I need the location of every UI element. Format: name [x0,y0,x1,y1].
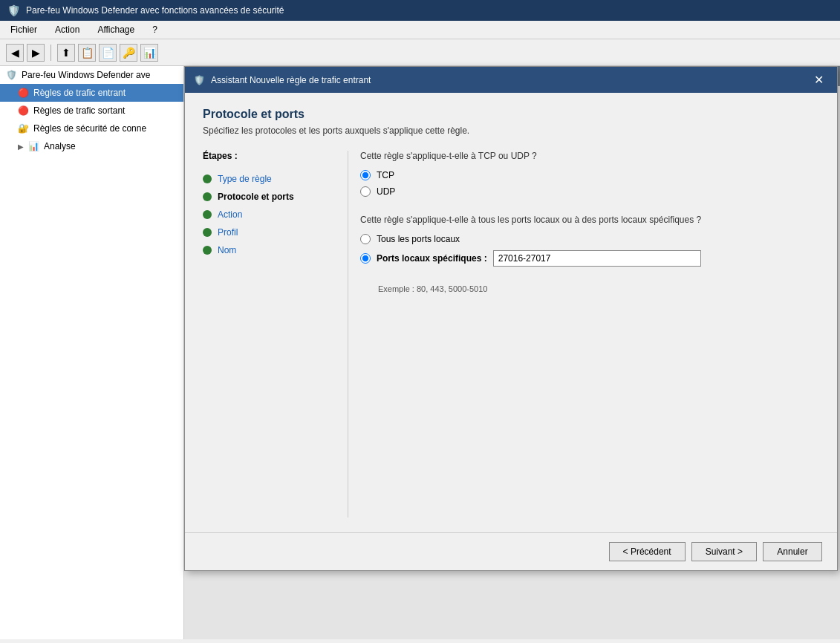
dialog-title-left: 🛡️ Assistant Nouvelle règle de trafic en… [194,75,371,85]
steps-title: Étapes : [203,151,333,161]
port-value-input[interactable] [493,250,701,267]
dialog-body: Étapes : Type de règle Protocole et port… [203,151,819,518]
toolbar-copy[interactable]: 📋 [78,44,96,62]
radio-specific-ports-input[interactable] [360,253,371,264]
sidebar-label-entrant: Règles de trafic entrant [33,88,126,98]
step-label-type: Type de règle [218,174,272,184]
dialog: 🛡️ Assistant Nouvelle règle de trafic en… [184,66,838,571]
titlebar: 🛡️ Pare-feu Windows Defender avec foncti… [0,0,840,21]
step-label-action: Action [218,209,242,220]
dialog-subtitle: Spécifiez les protocoles et les ports au… [203,125,819,136]
step-nom[interactable]: Nom [203,241,333,259]
dialog-main-title: Protocole et ports [203,108,819,121]
dialog-title-text: Assistant Nouvelle règle de trafic entra… [211,75,371,85]
cancel-button[interactable]: Annuler [763,542,822,561]
sidebar-icon-securite: 🔐 [18,123,29,134]
port-hint: Exemple : 80, 443, 5000-5010 [378,284,819,293]
dialog-overlay: 🛡️ Assistant Nouvelle règle de trafic en… [184,66,840,639]
step-dot-profil [203,228,212,237]
radio-udp-input[interactable] [360,186,371,197]
form-panel: Cette règle s'applique-t-elle à TCP ou U… [348,151,819,518]
step-dot-type [203,174,212,183]
sidebar-root-icon: 🛡️ [6,70,17,80]
main-layout: 🛡️ Pare-feu Windows Defender ave 🔴 Règle… [0,66,840,639]
toolbar-back[interactable]: ◀ [6,44,24,62]
question-ports: Cette règle s'applique-t-elle à tous les… [360,215,819,225]
sidebar: 🛡️ Pare-feu Windows Defender ave 🔴 Règle… [0,66,184,639]
menu-help[interactable]: ? [148,23,162,36]
radio-tcp[interactable]: TCP [360,170,819,180]
sidebar-item-securite[interactable]: 🔐 Règles de sécurité de conne [0,120,183,137]
radio-specific-ports[interactable]: Ports locaux spécifiques : [360,250,819,267]
toolbar-sep1 [51,45,51,61]
titlebar-title: Pare-feu Windows Defender avec fonctions… [26,5,284,16]
toolbar-up[interactable]: ⬆ [57,44,75,62]
menu-affichage[interactable]: Affichage [93,23,139,36]
step-dot-action [203,210,212,219]
step-label-protocole: Protocole et ports [218,192,294,202]
sidebar-label-sortant: Règles de trafic sortant [33,105,125,116]
toolbar-paste[interactable]: 📄 [99,44,117,62]
radio-specific-ports-label: Ports locaux spécifiques : [377,253,487,264]
dialog-titlebar: 🛡️ Assistant Nouvelle règle de trafic en… [185,67,837,93]
toolbar-chart[interactable]: 📊 [140,44,158,62]
protocol-radio-group: TCP UDP [360,170,819,197]
radio-udp[interactable]: UDP [360,186,819,197]
sidebar-item-trafic-entrant[interactable]: 🔴 Règles de trafic entrant [0,84,183,102]
step-protocole-ports[interactable]: Protocole et ports [203,188,333,206]
steps-panel: Étapes : Type de règle Protocole et port… [203,151,348,518]
dialog-content: Protocole et ports Spécifiez les protoco… [185,93,837,532]
radio-all-ports-label: Tous les ports locaux [377,234,460,244]
step-type-regle[interactable]: Type de règle [203,170,333,188]
sidebar-item-trafic-sortant[interactable]: 🔴 Règles de trafic sortant [0,102,183,120]
radio-all-ports-input[interactable] [360,234,371,244]
dialog-title-icon: 🛡️ [194,75,205,85]
radio-udp-label: UDP [377,186,395,197]
right-panel: Règles de trafic entrant Actions 🛡️ Assi… [184,66,840,639]
toolbar: ◀ ▶ ⬆ 📋 📄 🔑 📊 [0,39,840,66]
radio-all-ports[interactable]: Tous les ports locaux [360,234,819,244]
sidebar-label-analyse: Analyse [44,141,76,151]
step-dot-protocole [203,192,212,201]
dialog-footer: < Précédent Suivant > Annuler [185,532,837,570]
radio-tcp-input[interactable] [360,170,371,180]
sidebar-root-label: Pare-feu Windows Defender ave [22,70,150,80]
prev-button[interactable]: < Précédent [609,542,686,561]
menubar: Fichier Action Affichage ? [0,21,840,39]
question-protocol: Cette règle s'applique-t-elle à TCP ou U… [360,151,819,161]
sidebar-icon-entrant: 🔴 [18,88,29,98]
step-action[interactable]: Action [203,206,333,223]
sidebar-root[interactable]: 🛡️ Pare-feu Windows Defender ave [0,66,183,84]
expand-arrow-analyse: ▶ [18,143,24,151]
ports-radio-group: Tous les ports locaux Ports locaux spéci… [360,234,819,267]
app-icon: 🛡️ [7,4,20,16]
menu-fichier[interactable]: Fichier [6,23,42,36]
sidebar-icon-sortant: 🔴 [18,105,29,116]
step-label-nom: Nom [218,245,236,255]
dialog-close-button[interactable]: ✕ [810,71,828,88]
toolbar-key[interactable]: 🔑 [120,44,137,62]
step-dot-nom [203,246,212,255]
sidebar-label-securite: Règles de sécurité de conne [33,123,146,134]
menu-action[interactable]: Action [51,23,84,36]
next-button[interactable]: Suivant > [691,542,757,561]
step-label-profil: Profil [218,227,238,238]
toolbar-forward[interactable]: ▶ [27,44,45,62]
sidebar-item-analyse[interactable]: ▶ 📊 Analyse [0,137,183,155]
radio-tcp-label: TCP [377,170,394,180]
step-profil[interactable]: Profil [203,223,333,241]
sidebar-icon-analyse: 📊 [28,141,39,151]
